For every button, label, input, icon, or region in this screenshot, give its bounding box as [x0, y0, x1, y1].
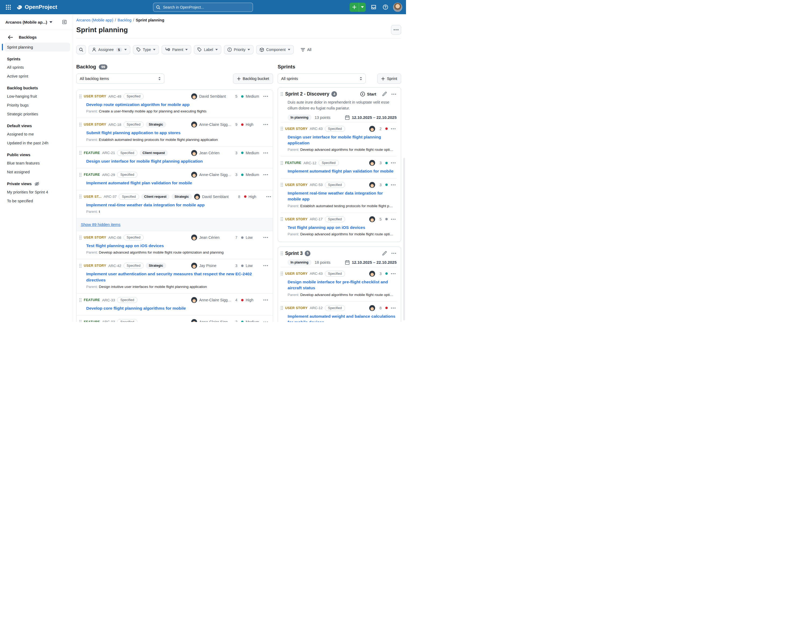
drag-handle-icon[interactable]: [281, 251, 283, 256]
drag-handle-icon[interactable]: [281, 217, 283, 221]
drag-handle-icon[interactable]: [281, 271, 283, 276]
row-more-menu-button[interactable]: [263, 265, 269, 267]
work-item-title-link[interactable]: Implement automated flight plan validati…: [86, 180, 269, 186]
row-more-menu-button[interactable]: [391, 307, 396, 309]
row-more-menu-button[interactable]: [263, 95, 269, 97]
sprints-select[interactable]: All sprints: [278, 73, 366, 84]
plus-icon[interactable]: [350, 3, 359, 12]
sprint-more-menu-button[interactable]: [391, 93, 397, 95]
row-more-menu-button[interactable]: [391, 218, 396, 220]
row-more-menu-button[interactable]: [391, 162, 396, 164]
work-item-title-link[interactable]: Implement automated weight and balance c…: [288, 314, 396, 322]
openproject-logo[interactable]: OpenProject: [15, 3, 57, 11]
work-item-id: ARC-12: [304, 161, 316, 165]
help-icon[interactable]: [381, 3, 389, 11]
filter-chip-component[interactable]: Component: [256, 45, 293, 54]
drag-handle-icon[interactable]: [79, 173, 82, 177]
row-more-menu-button[interactable]: [391, 184, 396, 186]
work-item-title-link[interactable]: Test flight planning app on iOS devices: [288, 225, 396, 230]
backlogs-back-link[interactable]: Backlogs: [0, 33, 73, 42]
quick-add-caret-icon[interactable]: [359, 3, 366, 12]
drag-handle-icon[interactable]: [79, 94, 82, 99]
sidebar-item-active-sprint[interactable]: Active sprint: [4, 72, 70, 81]
sidebar-item-not-assigned[interactable]: Not assigned: [4, 167, 70, 176]
row-more-menu-button[interactable]: [266, 196, 272, 198]
search-input[interactable]: [162, 5, 250, 10]
sidebar-item-label: To be specified: [7, 199, 33, 203]
inbox-icon[interactable]: [369, 3, 377, 11]
filter-chip-parent[interactable]: Parent: [162, 45, 191, 54]
drag-handle-icon[interactable]: [79, 236, 82, 240]
edit-sprint-button[interactable]: [382, 251, 387, 256]
collapse-sidebar-button[interactable]: [60, 18, 69, 26]
work-item-title-link[interactable]: Design mobile interface for pre-flight c…: [288, 279, 396, 291]
drag-handle-icon[interactable]: [79, 123, 82, 126]
filter-chip-priority[interactable]: Priority: [224, 45, 254, 54]
work-item-id: ARC-37: [104, 195, 116, 199]
breadcrumb-link[interactable]: Backlog: [118, 18, 131, 22]
page-more-menu-button[interactable]: [391, 25, 401, 35]
work-item-title-link[interactable]: Implement automated flight plan validati…: [288, 168, 396, 174]
work-item-title-link[interactable]: Test flight planning app on iOS devices: [86, 243, 269, 249]
logo-text: OpenProject: [25, 4, 57, 10]
drag-handle-icon[interactable]: [79, 320, 82, 322]
search-box[interactable]: [153, 3, 253, 12]
sidebar-item-to-be-specified[interactable]: To be specified: [4, 196, 70, 205]
row-more-menu-button[interactable]: [263, 299, 269, 301]
drag-handle-icon[interactable]: [79, 195, 82, 199]
work-item-title-link[interactable]: Submit flight planning application to ap…: [86, 130, 269, 136]
filter-chip-type[interactable]: Type: [133, 45, 159, 54]
sprint-more-menu-button[interactable]: [391, 252, 397, 254]
user-avatar[interactable]: [393, 3, 402, 12]
sidebar-item-blue-team-features[interactable]: Blue team features: [4, 158, 70, 167]
row-more-menu-button[interactable]: [263, 174, 269, 176]
drag-handle-icon[interactable]: [281, 126, 283, 131]
sidebar-item-priority-bugs[interactable]: Priority bugs: [4, 100, 70, 110]
filter-all-button[interactable]: All: [301, 47, 311, 52]
sidebar-item-sprint-planning[interactable]: Sprint planning: [4, 43, 70, 52]
drag-handle-icon[interactable]: [79, 151, 82, 155]
work-item-title-link[interactable]: Implement real-time weather data integra…: [288, 190, 396, 202]
sidebar-item-strategic-priorities[interactable]: Strategic priorities: [4, 110, 70, 118]
row-more-menu-button[interactable]: [263, 152, 269, 154]
breadcrumb-link[interactable]: Arcanos (Mobile app): [76, 18, 113, 22]
filter-chip-assignee[interactable]: Assignee5: [89, 45, 130, 54]
project-selector[interactable]: Arcanos (Mobile ap...): [0, 14, 73, 30]
add-backlog-bucket-button[interactable]: Backlog bucket: [233, 73, 273, 84]
sidebar-item-my-priorities-for-sprint-4[interactable]: My priorities for Sprint 4: [4, 187, 70, 196]
drag-handle-icon[interactable]: [281, 92, 283, 96]
sidebar-item-low-hanging-fruit[interactable]: Low-hanging fruit: [4, 92, 70, 100]
drag-handle-icon[interactable]: [281, 306, 283, 310]
sprint-start-button[interactable]: Start: [359, 91, 378, 97]
work-item-title-link[interactable]: Develop core flight planning algorithms …: [86, 305, 269, 311]
show-hidden-items-link[interactable]: Show 89 hidden items: [81, 222, 121, 227]
sidebar-item-all-sprints[interactable]: All sprints: [4, 63, 70, 72]
vertical-scrollbar[interactable]: [403, 158, 405, 320]
app-grid-icon[interactable]: [4, 3, 13, 12]
row-more-menu-button[interactable]: [263, 236, 269, 239]
add-sprint-button[interactable]: Sprint: [377, 73, 401, 84]
work-item-title-link[interactable]: Implement user authentication and securi…: [86, 271, 269, 283]
drag-handle-icon[interactable]: [281, 183, 283, 187]
work-item-title-link[interactable]: Design user interface for mobile flight …: [288, 134, 396, 146]
sidebar-item-assigned-to-me[interactable]: Assigned to me: [4, 129, 70, 139]
work-item-title-link[interactable]: Develop route optimization algorithm for…: [86, 102, 269, 108]
filter-chip-label[interactable]: Label: [194, 45, 221, 54]
work-item-id: ARC-18: [108, 123, 121, 126]
backlog-items-select[interactable]: All backlog items: [76, 73, 164, 84]
work-item-parent: Parent: Develop advanced algorithms for …: [288, 147, 396, 152]
work-item-title-link[interactable]: Implement real-time weather data integra…: [86, 202, 269, 208]
row-more-menu-button[interactable]: [263, 321, 269, 322]
filter-search-button[interactable]: [76, 45, 86, 54]
sidebar-item-updated-in-the-past-24h[interactable]: Updated in the past 24h: [4, 139, 70, 147]
row-more-menu-button[interactable]: [391, 128, 396, 130]
edit-sprint-button[interactable]: [382, 91, 387, 97]
row-more-menu-button[interactable]: [391, 273, 396, 275]
drag-handle-icon[interactable]: [79, 264, 82, 268]
work-item-title-link[interactable]: Design user interface for mobile flight …: [86, 158, 269, 164]
work-item-type: USER STORY: [285, 272, 308, 276]
drag-handle-icon[interactable]: [281, 161, 283, 165]
drag-handle-icon[interactable]: [79, 298, 82, 302]
row-more-menu-button[interactable]: [263, 123, 269, 126]
story-points: 3: [377, 183, 382, 187]
